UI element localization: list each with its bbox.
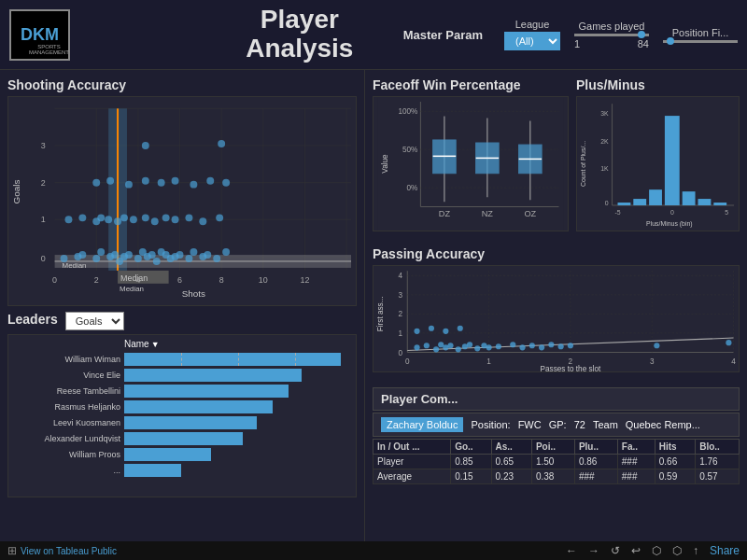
view-on-label[interactable]: View on Tableau Public: [21, 546, 117, 556]
share-button[interactable]: Share: [710, 544, 740, 557]
svg-text:Count of Plus/...: Count of Plus/...: [580, 141, 586, 187]
leaders-title: Leaders: [7, 312, 58, 327]
row-player-assists: 0.65: [491, 455, 531, 469]
leader-dashed-0: [181, 353, 182, 366]
svg-point-24: [92, 255, 100, 262]
svg-rect-116: [633, 199, 646, 205]
nav-up-button[interactable]: ↑: [693, 544, 698, 557]
leaders-header: Leaders Goals: [7, 312, 357, 330]
svg-text:3K: 3K: [600, 110, 609, 117]
svg-text:Plus/Minus (bin): Plus/Minus (bin): [646, 220, 693, 228]
nav-hex1-button[interactable]: ⬡: [652, 544, 661, 557]
svg-point-48: [78, 214, 86, 221]
row-player-goals: 0.85: [451, 455, 491, 469]
plusminus-section: Plus/Minus: [576, 77, 740, 241]
player-comp-header: Player Com...: [373, 387, 740, 411]
position-value: FWC: [518, 419, 542, 430]
position-label: Position:: [471, 419, 510, 430]
logo-text: DKM: [21, 26, 59, 43]
svg-point-51: [105, 216, 112, 223]
nav-undo-button[interactable]: ↩: [631, 544, 641, 557]
main-content: Shooting Accuracy: [0, 70, 747, 541]
row-average-plu2: ###: [617, 469, 655, 484]
svg-point-158: [510, 342, 515, 347]
svg-point-163: [558, 343, 564, 349]
row-player-plu2: ###: [617, 455, 655, 469]
controls-area: Master Param League (All) Games played 1…: [403, 19, 738, 50]
svg-point-63: [106, 177, 114, 185]
col-header-goals: Go..: [451, 440, 491, 455]
svg-text:1: 1: [399, 329, 403, 338]
nav-hex2-button[interactable]: ⬡: [672, 544, 682, 557]
shooting-accuracy-title: Shooting Accuracy: [7, 77, 357, 92]
svg-point-157: [496, 343, 501, 349]
col-header-hits: Hits: [655, 440, 695, 455]
left-panel: Shooting Accuracy: [0, 70, 364, 541]
stats-table-row-average: Average 0.15 0.23 0.38 ### ### 0.59 0.57: [374, 469, 740, 484]
svg-point-144: [438, 342, 444, 347]
right-panel: Faceoff Win Percentage: [364, 70, 747, 541]
svg-point-153: [414, 329, 419, 334]
position-filter-control: Position Fi...: [663, 27, 738, 43]
svg-text:0: 0: [605, 200, 609, 206]
row-average-points: 0.38: [531, 469, 574, 484]
svg-rect-113: [665, 116, 680, 205]
svg-text:6: 6: [177, 275, 182, 285]
svg-text:3: 3: [41, 141, 46, 150]
player-name-badge[interactable]: Zachary Bolduc: [381, 417, 463, 432]
row-player-label: Player: [374, 455, 451, 469]
team-value: Quebec Remp...: [626, 419, 700, 430]
footer: ⊞ View on Tableau Public ← → ↺ ↩ ⬡ ⬡ ↑ S…: [0, 541, 747, 560]
svg-rect-114: [649, 189, 662, 205]
row-player-plusminus: 0.86: [574, 455, 617, 469]
nav-refresh-button[interactable]: ↺: [611, 544, 620, 557]
svg-point-54: [130, 216, 137, 223]
row-player-blocks: 1.76: [696, 455, 740, 469]
passing-svg: 4 3 2 1 0 First ass... 0 1 2 3 4 Passes …: [374, 266, 739, 371]
svg-point-46: [222, 248, 230, 256]
svg-text:NZ: NZ: [482, 209, 494, 218]
row-average-assists: 0.23: [491, 469, 531, 484]
master-param-label: Master Param: [403, 28, 483, 42]
svg-point-27: [111, 251, 119, 259]
svg-text:Value: Value: [381, 154, 389, 174]
plusminus-chart: 3K 2K 1K 0 Count of Plus/... -5 0 5 Plus…: [576, 96, 740, 231]
row-player-hits: 0.66: [655, 455, 695, 469]
nav-back-button[interactable]: ←: [566, 544, 577, 557]
svg-text:Median: Median: [120, 273, 148, 283]
svg-point-66: [158, 179, 165, 187]
leaders-bar-row-6: William Proos: [12, 448, 352, 461]
page-title: Player Analysis: [196, 6, 403, 63]
leader-bar-container-7: [124, 464, 352, 477]
svg-point-72: [218, 140, 225, 147]
svg-text:4: 4: [731, 357, 736, 366]
svg-point-150: [474, 345, 480, 351]
svg-point-70: [222, 179, 230, 187]
svg-point-141: [414, 344, 419, 350]
svg-rect-119: [713, 203, 726, 205]
svg-point-143: [433, 346, 439, 352]
svg-text:8: 8: [219, 275, 224, 285]
shooting-svg: Median Median: [8, 97, 356, 305]
svg-text:2: 2: [41, 178, 46, 188]
position-filter-slider[interactable]: [663, 40, 738, 43]
row-average-plusminus: ###: [574, 469, 617, 484]
slider-handle-right[interactable]: [638, 31, 645, 38]
faceoff-svg: 100% 50% 0% Value DZ NZ OZ: [374, 97, 568, 231]
league-dropdown[interactable]: (All): [504, 32, 560, 50]
svg-point-59: [185, 214, 192, 221]
leaders-dropdown[interactable]: Goals: [65, 312, 124, 330]
position-slider-handle[interactable]: [667, 37, 674, 45]
nav-forward-button[interactable]: →: [588, 544, 599, 557]
faceoff-section: Faceoff Win Percentage: [373, 77, 569, 241]
svg-text:50%: 50%: [402, 146, 417, 154]
leaders-bar-row-5: Alexander Lundqvist: [12, 432, 352, 445]
svg-point-65: [142, 177, 149, 185]
svg-point-155: [443, 329, 448, 334]
leader-bar-container-5: [124, 432, 352, 445]
svg-text:Median: Median: [63, 261, 87, 270]
games-played-slider[interactable]: [574, 34, 649, 36]
leader-bar-container-0: [124, 353, 352, 366]
passing-title: Passing Accuracy: [373, 246, 740, 261]
leader-name-0: William Wiman: [12, 355, 124, 364]
